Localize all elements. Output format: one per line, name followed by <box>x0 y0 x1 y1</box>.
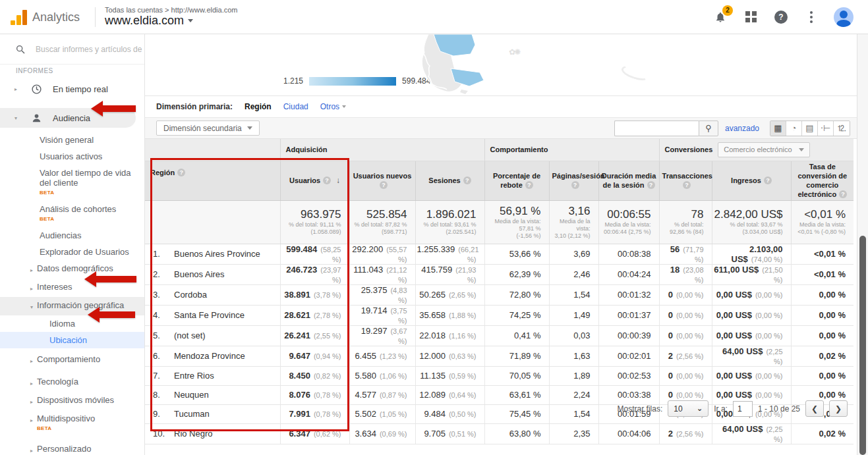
sidebar-item-active-users[interactable]: Usuarios activos <box>40 148 145 165</box>
region-link[interactable]: Mendoza Province <box>174 351 245 361</box>
sidebar-item-location[interactable]: Ubicación <box>0 332 145 348</box>
kebab-menu-icon[interactable] <box>803 9 819 25</box>
help-icon[interactable]: ? <box>773 9 789 25</box>
performance-view-icon[interactable]: ▤ <box>802 121 818 136</box>
col-header-revenue[interactable]: Ingresos? <box>712 161 791 200</box>
metric-cell: <0,01 % <box>791 264 854 284</box>
region-link[interactable]: (not set) <box>174 331 206 340</box>
table-row: 4.Santa Fe Province28.621(2,78 %)19.714(… <box>145 305 854 325</box>
help-icon[interactable]: ? <box>177 169 185 176</box>
help-icon[interactable]: ? <box>764 176 772 184</box>
notifications-bell-icon[interactable]: 2 <box>712 9 728 25</box>
metric-cell: 62,39 % <box>484 264 549 284</box>
user-avatar[interactable] <box>834 7 854 27</box>
sidebar-item-overview[interactable]: Visión general <box>40 132 145 148</box>
sidebar-item-interests[interactable]: ▸Intereses <box>30 279 136 297</box>
table-search-input[interactable] <box>614 120 699 136</box>
region-link[interactable]: Tucuman <box>174 409 210 419</box>
region-link[interactable]: Entre Rios <box>174 371 214 381</box>
sidebar-search[interactable]: Buscar informes y artículos de <box>0 34 144 65</box>
apps-grid-icon[interactable] <box>743 9 759 25</box>
sidebar-item-audiences[interactable]: Audiencias <box>40 227 145 244</box>
region-link[interactable]: Buenos Aires Province <box>174 249 260 259</box>
col-header-transactions[interactable]: Transacciones? <box>659 161 712 200</box>
conversions-dropdown[interactable]: Comercio electrónico <box>718 142 809 157</box>
argentina-map[interactable] <box>388 34 533 96</box>
help-icon[interactable]: ? <box>571 181 579 189</box>
help-icon[interactable]: ? <box>380 181 388 189</box>
sidebar-item-language[interactable]: Idioma <box>49 315 145 332</box>
metric-cell: 26.241(2,55 %) <box>280 325 349 346</box>
col-header-ecommerce-rate[interactable]: Tasa de conversión de comercio electróni… <box>791 161 854 200</box>
sidebar-item-custom[interactable]: ▸Personalizado <box>30 441 136 455</box>
help-icon[interactable]: ? <box>463 176 471 184</box>
pivot-view-icon[interactable]: ⒓ <box>834 121 850 136</box>
breadcrumb[interactable]: Todas las cuentas > http://www.eldia.com <box>105 6 237 14</box>
dimension-other[interactable]: Otros <box>320 102 346 111</box>
vertical-scrollbar[interactable] <box>857 34 868 455</box>
sidebar-item-user-explorer[interactable]: Explorador de Usuarios <box>40 244 145 260</box>
metric-cell: 2(2,56 %) <box>659 346 712 366</box>
sidebar-item-technology[interactable]: ▸Tecnología <box>30 373 136 392</box>
percentage-view-icon[interactable]: ◔ <box>786 121 802 136</box>
search-icon <box>14 43 26 55</box>
sidebar-item-demographics[interactable]: ▸Datos demográficos <box>30 260 136 279</box>
metric-cell: 6.347(0,62 %) <box>280 423 349 444</box>
col-header-region[interactable]: Región? <box>145 161 280 200</box>
secondary-dimension-button[interactable]: Dimensión secundaria <box>156 120 260 136</box>
metric-cell: 2,46 <box>549 264 598 284</box>
rows-per-page-select[interactable]: 10⌄ <box>668 400 709 417</box>
help-icon[interactable]: ? <box>683 181 691 189</box>
goto-page-input[interactable] <box>733 401 753 417</box>
table-search-button[interactable]: ⚲ <box>699 120 718 136</box>
clock-icon <box>30 83 42 95</box>
col-header-avg-duration[interactable]: Duración media de la sesión? <box>598 161 659 200</box>
sidebar-item-audience[interactable]: ▾ Audiencia <box>0 108 136 128</box>
dimension-city[interactable]: Ciudad <box>283 102 308 111</box>
report-table: Adquisición Comportamiento Conversiones … <box>145 139 854 444</box>
col-header-bounce-rate[interactable]: Porcentaje de rebote? <box>484 161 549 200</box>
help-icon[interactable]: ? <box>647 181 655 189</box>
metric-cell: 111.043(21,12 %) <box>349 264 415 284</box>
metric-cell: 18(23,08 %) <box>659 264 712 284</box>
section-label-informes: INFORMES <box>16 67 144 74</box>
property-selector[interactable]: www.eldia.com <box>105 14 237 28</box>
sidebar-item-lifetime-value[interactable]: Valor del tiempo de vida del clienteBETA <box>40 165 145 201</box>
chevron-down-icon <box>342 105 346 108</box>
metric-cell: 12.000(0,63 %) <box>415 346 484 366</box>
advanced-search-link[interactable]: avanzado <box>725 124 759 133</box>
region-link[interactable]: Cordoba <box>174 290 207 300</box>
metric-cell: 74,25 % <box>484 305 549 325</box>
col-header-pages-session[interactable]: Páginas/sesión? <box>549 161 598 200</box>
region-link[interactable]: Buenos Aires <box>174 269 225 279</box>
col-header-users[interactable]: Usuarios?↓ <box>280 161 349 200</box>
col-header-sessions[interactable]: Sesiones? <box>415 161 484 200</box>
comparison-view-icon[interactable]: ⋅⊢ <box>818 121 834 136</box>
help-icon[interactable]: ? <box>323 176 331 184</box>
table-view-icon[interactable]: ▦ <box>770 121 786 136</box>
metric-cell: 1,54 <box>549 284 598 305</box>
report-toolbar: Dimensión secundaria ⚲ avanzado ▦ ◔ ▤ ⋅⊢… <box>145 117 857 139</box>
metric-cell: 9.705(0,51 %) <box>415 423 484 444</box>
sidebar-item-geo[interactable]: ▾Información geográfica <box>30 297 136 315</box>
analytics-logo[interactable]: Analytics <box>0 9 86 25</box>
dimension-region[interactable]: Región <box>245 102 272 111</box>
map-islands: ✿✺ <box>509 47 519 57</box>
sidebar-item-cross-device[interactable]: ▸MultidispositivoBETA <box>30 410 136 437</box>
metric-cell: 0(0,00 %) <box>659 284 712 305</box>
region-link[interactable]: Neuquen <box>174 390 209 400</box>
prev-page-button[interactable]: ❮ <box>805 400 824 417</box>
metric-cell: 19.714(3,75 %) <box>349 305 415 325</box>
next-page-button[interactable]: ❯ <box>829 400 848 417</box>
help-icon[interactable]: ? <box>839 190 847 198</box>
scrollbar-thumb[interactable] <box>859 236 866 455</box>
sidebar-item-behavior[interactable]: ▸Comportamiento <box>30 351 136 369</box>
help-icon[interactable]: ? <box>525 181 533 189</box>
sidebar-item-mobile[interactable]: ▸Dispositivos móviles <box>30 392 136 410</box>
metric-cell: 1.255.339(66,21 %) <box>415 244 484 264</box>
col-header-new-users[interactable]: Usuarios nuevos? <box>349 161 415 200</box>
region-link[interactable]: Santa Fe Province <box>174 310 245 320</box>
sidebar-item-realtime[interactable]: ▸ En tiempo real <box>0 79 144 99</box>
sidebar-item-cohort-analysis[interactable]: Análisis de cohortesBETA <box>40 201 145 227</box>
region-link[interactable]: Rio Negro <box>174 429 213 439</box>
